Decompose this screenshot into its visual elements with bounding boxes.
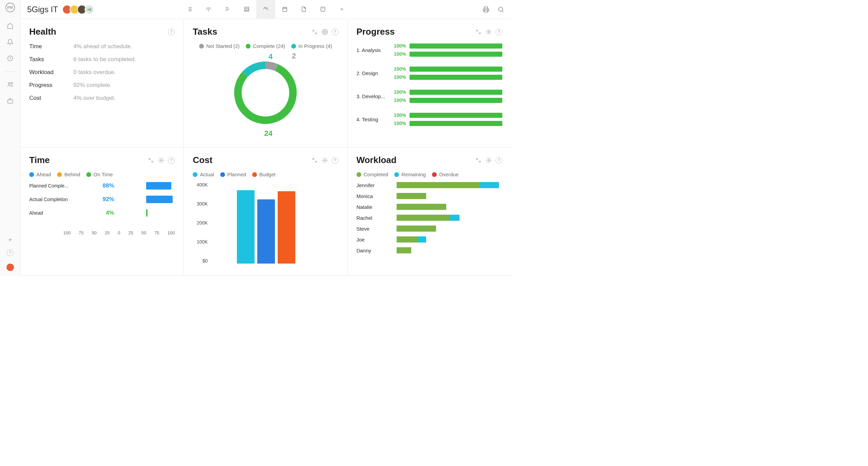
axis-tick: $0 <box>193 258 208 264</box>
progress-label: 4. Testing <box>357 116 387 122</box>
health-row: Workload0 tasks overdue. <box>29 69 175 76</box>
file-view-icon[interactable] <box>294 0 313 19</box>
help-icon[interactable]: ? <box>168 29 175 35</box>
progress-bar <box>410 52 502 57</box>
bell-icon[interactable] <box>7 39 14 46</box>
workload-bar <box>397 226 502 232</box>
expand-icon[interactable] <box>147 157 154 164</box>
legend-item: Actual <box>193 172 214 177</box>
gear-icon[interactable] <box>485 157 492 164</box>
axis-tick: 400K <box>193 182 208 187</box>
panel-time: Time ? AheadBehindOn Time Planned Comple… <box>20 147 184 276</box>
legend-dot <box>220 172 225 177</box>
list-view-icon[interactable] <box>180 0 199 19</box>
clock-icon[interactable] <box>7 55 14 62</box>
workload-row: Steve <box>357 226 502 232</box>
legend-item: Completed <box>357 172 388 177</box>
help-icon[interactable]: ? <box>332 29 338 35</box>
workload-name: Natalie <box>357 204 397 210</box>
workload-name: Steve <box>357 226 397 232</box>
progress-row: 4. Testing100%100% <box>357 112 502 126</box>
calendar-view-icon[interactable] <box>275 0 294 19</box>
add-view-icon[interactable] <box>332 0 351 19</box>
gear-icon[interactable] <box>322 157 328 164</box>
cost-bar <box>237 190 255 264</box>
expand-icon[interactable] <box>475 157 482 164</box>
workload-name: Monica <box>357 193 397 199</box>
avatar-more[interactable]: +6 <box>85 5 94 14</box>
legend-label: Not Started (2) <box>206 43 240 49</box>
svg-rect-3 <box>245 7 249 11</box>
legend-item: Complete (24) <box>246 43 285 49</box>
svg-point-1 <box>8 83 10 84</box>
help-icon[interactable]: ? <box>496 157 502 164</box>
dashboard-view-icon[interactable] <box>256 0 275 19</box>
progress-label: 1. Analysis <box>357 47 387 53</box>
time-label: Planned Comple... <box>29 183 73 189</box>
home-icon[interactable] <box>7 22 14 29</box>
progress-pct: 100% <box>390 74 406 80</box>
health-label: Tasks <box>29 56 73 63</box>
axis-tick: 100 <box>168 230 175 235</box>
legend-dot <box>29 172 34 177</box>
board-view-icon[interactable] <box>199 0 218 19</box>
user-avatar[interactable] <box>6 263 15 272</box>
svg-point-11 <box>324 159 326 161</box>
panel-cost: Cost ? ActualPlannedBudget 400K300K200K1… <box>184 147 347 276</box>
print-icon[interactable] <box>483 6 489 13</box>
people-icon[interactable] <box>7 81 14 88</box>
expand-icon[interactable] <box>311 29 318 35</box>
expand-icon[interactable] <box>311 157 318 164</box>
workload-row: Jennifer <box>357 182 502 188</box>
gear-icon[interactable] <box>485 29 492 35</box>
expand-icon[interactable] <box>475 29 482 35</box>
legend-label: Completed <box>364 172 388 177</box>
plus-icon[interactable] <box>7 237 13 243</box>
member-avatars[interactable]: +6 <box>64 5 94 14</box>
help-icon[interactable]: ? <box>496 29 502 35</box>
app-logo[interactable]: PM <box>5 3 15 12</box>
health-value: 6 tasks to be completed. <box>73 56 136 63</box>
workload-bar <box>397 182 502 188</box>
gear-icon[interactable] <box>322 29 328 35</box>
progress-bar <box>410 98 502 103</box>
svg-point-12 <box>488 159 490 161</box>
panel-title: Progress <box>357 26 395 37</box>
help-icon[interactable]: ? <box>168 157 175 164</box>
legend-item: Overdue <box>432 172 459 177</box>
health-label: Cost <box>29 95 73 102</box>
risk-view-icon[interactable] <box>313 0 332 19</box>
axis-tick: 25 <box>128 230 133 235</box>
progress-bar <box>410 90 502 95</box>
time-row: Ahead4% <box>29 209 175 217</box>
axis-tick: 25 <box>105 230 109 235</box>
briefcase-icon[interactable] <box>7 97 14 104</box>
gear-icon[interactable] <box>158 157 164 164</box>
legend-dot <box>86 172 91 177</box>
help-icon[interactable]: ? <box>332 157 338 164</box>
project-title: 5Gigs IT <box>27 5 58 14</box>
sidebar-divider <box>5 71 15 72</box>
legend-item: In Progress (4) <box>291 43 332 49</box>
legend-label: Budget <box>259 172 276 177</box>
axis-tick: 50 <box>141 230 146 235</box>
progress-bar <box>410 121 502 126</box>
health-row: Progress92% complete. <box>29 82 175 89</box>
svg-point-7 <box>499 7 503 11</box>
axis-tick: 200K <box>193 220 208 226</box>
workload-row: Rachel <box>357 215 502 221</box>
health-row: Time4% ahead of schedule. <box>29 43 175 50</box>
workload-row: Monica <box>357 193 502 199</box>
search-icon[interactable] <box>498 6 504 13</box>
table-view-icon[interactable] <box>237 0 256 19</box>
progress-row: 3. Develop...100%100% <box>357 89 502 103</box>
cost-bar <box>257 199 275 264</box>
progress-pct: 100% <box>390 121 406 126</box>
progress-pct: 100% <box>390 97 406 103</box>
help-icon[interactable]: ? <box>7 249 14 256</box>
gantt-view-icon[interactable] <box>218 0 237 19</box>
time-pct: 92% <box>73 196 118 203</box>
workload-name: Joe <box>357 237 397 243</box>
workload-name: Jennifer <box>357 182 397 188</box>
svg-rect-4 <box>283 7 287 11</box>
